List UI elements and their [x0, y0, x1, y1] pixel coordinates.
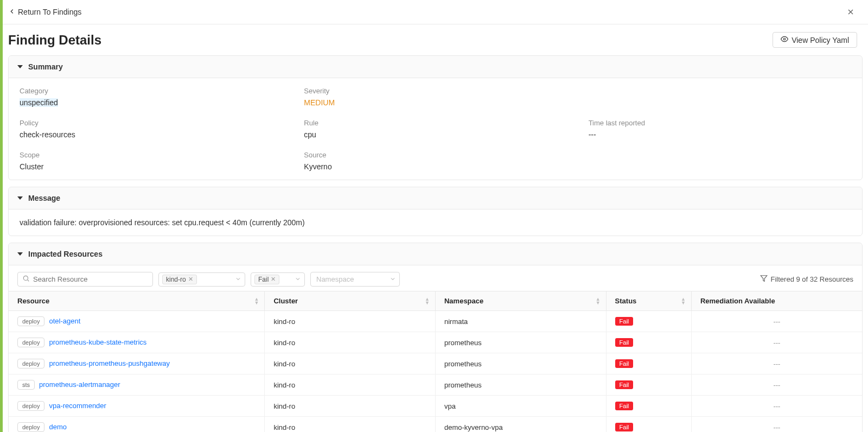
cluster-cell: kind-ro	[265, 417, 436, 433]
table-row: deployvpa-recommenderkind-rovpaFail---	[9, 396, 862, 417]
policy-label: Policy	[20, 119, 282, 127]
time-label: Time last reported	[589, 119, 851, 127]
cluster-tag-label: kind-ro	[166, 276, 186, 283]
message-title: Message	[28, 194, 60, 202]
status-filter-tag[interactable]: Fail ✕	[254, 275, 279, 284]
filter-summary: Filtered 9 of 32 Resources	[760, 275, 853, 284]
remediation-cell: ---	[691, 353, 862, 374]
field-source: Source Kyverno	[304, 151, 566, 171]
namespace-cell: prometheus	[435, 353, 606, 374]
status-badge: Fail	[615, 359, 634, 368]
resource-link[interactable]: prometheus-alertmanager	[39, 380, 120, 389]
view-policy-yaml-button[interactable]: View Policy Yaml	[773, 32, 857, 48]
status-badge: Fail	[615, 402, 634, 410]
cluster-tag-remove[interactable]: ✕	[188, 276, 193, 283]
category-value: unspecified	[20, 98, 58, 107]
kind-badge: deploy	[17, 401, 44, 411]
cluster-cell: kind-ro	[265, 332, 436, 353]
summary-panel: Summary Category unspecified Severity ME…	[8, 55, 863, 180]
status-filter-select[interactable]: Fail ✕	[251, 272, 305, 287]
scope-label: Scope	[20, 151, 282, 159]
col-resource[interactable]: Resource ▲▼	[9, 291, 265, 311]
remediation-cell: ---	[691, 311, 862, 332]
status-badge: Fail	[615, 380, 634, 389]
namespace-filter-select[interactable]: Namespace	[310, 272, 400, 287]
search-resource-input[interactable]	[33, 275, 148, 283]
cluster-filter-tag[interactable]: kind-ro ✕	[162, 275, 197, 284]
resource-link[interactable]: prometheus-prometheus-pushgateway	[49, 359, 170, 367]
field-time: Time last reported ---	[589, 119, 851, 139]
remediation-cell: ---	[691, 374, 862, 396]
col-cluster[interactable]: Cluster ▲▼	[265, 291, 436, 311]
status-badge: Fail	[615, 317, 634, 326]
kind-badge: sts	[17, 380, 35, 390]
chevron-down-icon	[390, 275, 396, 284]
summary-header[interactable]: Summary	[9, 56, 862, 78]
sort-icon: ▲▼	[254, 297, 259, 305]
cluster-filter-select[interactable]: kind-ro ✕	[158, 272, 245, 287]
caret-down-icon	[17, 195, 23, 201]
col-status[interactable]: Status ▲▼	[606, 291, 691, 311]
table-row: deployotel-agentkind-ronirmataFail---	[9, 311, 862, 332]
severity-label: Severity	[304, 87, 566, 95]
kind-badge: deploy	[17, 359, 44, 369]
kind-badge: deploy	[17, 316, 44, 326]
search-resource-wrap[interactable]	[17, 272, 153, 287]
return-label: Return To Findings	[18, 8, 81, 16]
field-scope: Scope Cluster	[20, 151, 282, 171]
category-label: Category	[20, 87, 282, 95]
namespace-cell: prometheus	[435, 374, 606, 396]
status-tag-remove[interactable]: ✕	[271, 276, 276, 283]
resources-toolbar: kind-ro ✕ Fail ✕ Namespace	[9, 265, 862, 291]
col-remediation[interactable]: Remediation Available	[691, 291, 862, 311]
resource-link[interactable]: otel-agent	[49, 317, 80, 325]
field-rule: Rule cpu	[304, 119, 566, 139]
chevron-down-icon	[295, 275, 301, 284]
impacted-header[interactable]: Impacted Resources	[9, 243, 862, 265]
impacted-resources-panel: Impacted Resources kind-ro ✕	[8, 243, 863, 432]
chevron-down-icon	[235, 275, 241, 284]
cluster-cell: kind-ro	[265, 374, 436, 396]
cluster-cell: kind-ro	[265, 396, 436, 417]
message-header[interactable]: Message	[9, 187, 862, 209]
top-bar: Return To Findings	[3, 0, 868, 24]
rule-label: Rule	[304, 119, 566, 127]
filtered-text: Filtered 9 of 32 Resources	[771, 275, 853, 283]
chevron-left-icon	[8, 8, 16, 17]
resource-link[interactable]: vpa-recommender	[49, 402, 106, 410]
resource-link[interactable]: demo	[49, 423, 67, 431]
field-policy: Policy check-resources	[20, 119, 282, 139]
title-row: Finding Details View Policy Yaml	[3, 24, 868, 55]
col-namespace[interactable]: Namespace ▲▼	[435, 291, 606, 311]
remediation-cell: ---	[691, 396, 862, 417]
svg-point-6	[23, 276, 28, 280]
message-panel: Message validation failure: overprovisio…	[8, 187, 863, 236]
eye-icon	[781, 35, 788, 45]
namespace-cell: demo-kyverno-vpa	[435, 417, 606, 433]
svg-point-2	[783, 38, 786, 40]
severity-value: MEDIUM	[304, 98, 566, 107]
table-row: deploydemokind-rodemo-kyverno-vpaFail---	[9, 417, 862, 433]
svg-marker-8	[761, 276, 767, 282]
scope-value: Cluster	[20, 162, 282, 171]
filter-icon	[760, 275, 768, 284]
svg-marker-3	[17, 65, 23, 68]
caret-down-icon	[17, 64, 23, 69]
summary-body: Category unspecified Severity MEDIUM Pol…	[9, 78, 862, 180]
resource-link[interactable]: prometheus-kube-state-metrics	[49, 338, 146, 346]
field-category: Category unspecified	[20, 87, 282, 107]
policy-value: check-resources	[20, 130, 282, 139]
summary-title: Summary	[28, 62, 63, 71]
kind-badge: deploy	[17, 422, 44, 432]
close-button[interactable]	[844, 5, 857, 18]
source-value: Kyverno	[304, 162, 566, 171]
sort-icon: ▲▼	[425, 297, 430, 305]
message-body: validation failure: overprovisioned reso…	[9, 209, 862, 236]
time-value: ---	[589, 130, 851, 139]
return-to-findings-link[interactable]: Return To Findings	[8, 8, 81, 17]
svg-line-7	[28, 280, 29, 282]
remediation-cell: ---	[691, 417, 862, 433]
namespace-cell: nirmata	[435, 311, 606, 332]
page-title: Finding Details	[8, 33, 101, 48]
namespace-placeholder: Namespace	[314, 274, 356, 284]
